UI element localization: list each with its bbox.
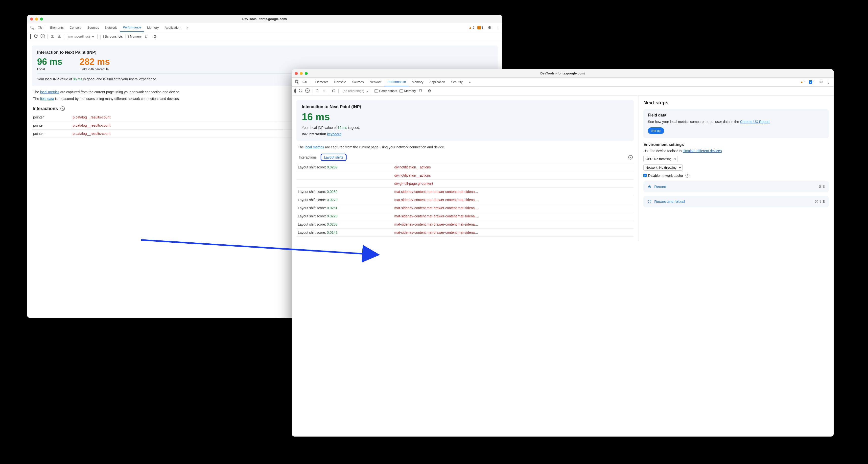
tab-memory[interactable]: Memory: [409, 78, 427, 86]
inspect-icon[interactable]: [294, 79, 300, 85]
tabs-overflow-icon[interactable]: »: [467, 79, 473, 85]
cpu-throttle-select[interactable]: CPU: No throttling: [643, 156, 678, 162]
recordings-dropdown[interactable]: (no recordings): [67, 34, 95, 39]
tab-console[interactable]: Console: [331, 78, 349, 86]
ls-score-cell: Layout shift score: 0.0142: [296, 228, 393, 237]
tab-console[interactable]: Console: [66, 23, 84, 32]
download-icon[interactable]: [322, 88, 326, 93]
reload-record-button[interactable]: [298, 88, 303, 93]
memory-checkbox[interactable]: Memory: [125, 35, 142, 38]
inp-title: Interaction to Next Paint (INP): [37, 50, 492, 55]
tab-performance[interactable]: Performance: [384, 78, 409, 86]
ls-element: mat-sidenav-content.mat-drawer-content.m…: [394, 198, 478, 202]
help-icon[interactable]: ?: [685, 174, 689, 178]
checkbox-label: Disable network cache: [648, 174, 683, 178]
record-button[interactable]: [30, 35, 31, 38]
ls-score-cell: Layout shift score: 0.0203: [296, 220, 393, 228]
clear-interactions-icon[interactable]: [60, 106, 65, 111]
tab-performance[interactable]: Performance: [120, 23, 144, 32]
clear-icon[interactable]: [305, 88, 310, 93]
layout-shift-row[interactable]: Layout shift score: 0.0282mat-sidenav-co…: [296, 187, 634, 196]
clear-icon[interactable]: [40, 34, 45, 39]
svg-rect-4: [303, 81, 305, 83]
inp-field-value: 282 ms: [80, 57, 110, 66]
gc-icon[interactable]: [144, 34, 148, 39]
local-metrics-link[interactable]: local metrics: [40, 90, 59, 94]
clear-shifts-icon[interactable]: [628, 155, 633, 159]
local-metrics-link[interactable]: local metrics: [305, 145, 324, 149]
record-reload-action[interactable]: Record and reload ⌘ ⇧ E: [643, 196, 829, 207]
record-dot-icon: [647, 185, 652, 189]
warnings-badge[interactable]: ▲1: [800, 80, 806, 84]
upload-icon[interactable]: [315, 88, 319, 93]
screenshots-checkbox[interactable]: Screenshots: [374, 89, 397, 93]
record-button[interactable]: [294, 89, 296, 93]
ls-score-value: 0.0251: [327, 206, 338, 210]
recordings-dropdown[interactable]: (no recordings): [341, 88, 369, 93]
device-toolbar-icon[interactable]: [37, 25, 43, 31]
layout-shift-row[interactable]: div.notification__actions: [296, 171, 634, 179]
warnings-badge[interactable]: ▲2: [469, 26, 474, 29]
field-data-link[interactable]: field data: [40, 97, 54, 101]
panel-settings-gear-icon[interactable]: ⚙: [428, 89, 431, 93]
disable-cache-row[interactable]: Disable network cache ?: [643, 174, 829, 178]
simulate-devices-link[interactable]: simulate different devices: [683, 149, 722, 153]
tab-application[interactable]: Application: [162, 23, 184, 32]
record-action[interactable]: Record ⌘ E: [643, 181, 829, 192]
tab-memory[interactable]: Memory: [144, 23, 162, 32]
window-title: DevTools - fonts.google.com/: [27, 17, 502, 21]
divider: [372, 89, 372, 93]
tab-elements[interactable]: Elements: [47, 23, 66, 32]
issues-badge[interactable]: !1: [477, 26, 483, 29]
tab-application[interactable]: Application: [427, 78, 448, 86]
settings-gear-icon[interactable]: ⚙: [818, 79, 824, 85]
tab-sources[interactable]: Sources: [84, 23, 102, 32]
ls-element-cell: mat-sidenav-content.mat-drawer-content.m…: [393, 196, 634, 204]
home-icon[interactable]: [332, 88, 336, 93]
layout-shift-row[interactable]: div.gf-full-page.gf-content: [296, 179, 634, 187]
ls-score-cell: Layout shift score: 0.0270: [296, 196, 393, 204]
tab-sources[interactable]: Sources: [349, 78, 367, 86]
warning-triangle-icon: ▲: [469, 26, 472, 29]
download-icon[interactable]: [57, 34, 62, 39]
text: Use the device toolbar to: [643, 149, 683, 153]
memory-checkbox[interactable]: Memory: [400, 89, 416, 93]
svg-rect-1: [38, 26, 40, 28]
subtab-layout-shifts[interactable]: Layout shifts: [320, 154, 346, 161]
network-throttle-select[interactable]: Network: No throttling: [643, 164, 683, 171]
tab-elements[interactable]: Elements: [312, 78, 331, 86]
crux-link[interactable]: Chrome UX Report: [740, 120, 770, 124]
layout-shift-row[interactable]: Layout shift score: 0.0270mat-sidenav-co…: [296, 196, 634, 204]
tab-network[interactable]: Network: [367, 78, 385, 86]
info-badge[interactable]: i1: [809, 80, 815, 84]
upload-icon[interactable]: [50, 34, 55, 39]
layout-shift-row[interactable]: Layout shift score: 0.0251mat-sidenav-co…: [296, 204, 634, 212]
inspect-icon[interactable]: [29, 25, 36, 31]
inp-interaction-link[interactable]: keyboard: [327, 132, 341, 136]
gc-icon[interactable]: [418, 88, 423, 93]
layout-shift-row[interactable]: Layout shift score: 0.0269div.notificati…: [296, 163, 634, 172]
info-count: 1: [813, 80, 815, 84]
ls-score-cell: Layout shift score: 0.0228: [296, 212, 393, 220]
inp-local-metric: 96 ms Local: [37, 57, 62, 71]
panel-settings-gear-icon[interactable]: ⚙: [153, 34, 157, 39]
tab-security[interactable]: Security: [448, 78, 466, 86]
device-toolbar-icon[interactable]: [301, 79, 308, 85]
kebab-menu-icon[interactable]: ⋮: [825, 79, 832, 85]
text: Your local INP value of: [37, 77, 73, 81]
reload-record-button[interactable]: [34, 34, 38, 39]
layout-shift-row[interactable]: Layout shift score: 0.0228mat-sidenav-co…: [296, 212, 634, 220]
disable-cache-checkbox[interactable]: [643, 174, 647, 177]
setup-button[interactable]: Set up: [648, 127, 664, 134]
subtab-interactions[interactable]: Interactions: [297, 154, 318, 160]
screenshots-checkbox[interactable]: Screenshots: [100, 35, 123, 38]
titlebar[interactable]: DevTools - fonts.google.com/: [292, 69, 834, 78]
interaction-event: pointer: [32, 121, 71, 129]
titlebar[interactable]: DevTools - fonts.google.com/: [27, 15, 502, 23]
layout-shift-row[interactable]: Layout shift score: 0.0203mat-sidenav-co…: [296, 220, 634, 228]
settings-gear-icon[interactable]: ⚙: [486, 25, 493, 31]
tab-network[interactable]: Network: [102, 23, 120, 32]
layout-shift-row[interactable]: Layout shift score: 0.0142mat-sidenav-co…: [296, 228, 634, 237]
tabs-overflow-icon[interactable]: »: [184, 25, 191, 31]
kebab-menu-icon[interactable]: ⋮: [494, 25, 500, 31]
